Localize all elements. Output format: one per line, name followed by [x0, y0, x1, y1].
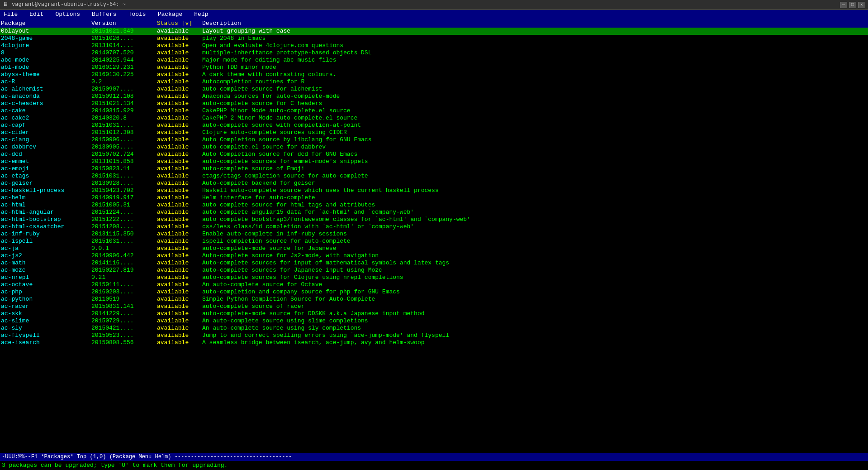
- package-description: Helm interface for auto-complete: [202, 194, 867, 201]
- table-row[interactable]: 2048-game20151026....availableplay 2048 …: [0, 35, 868, 42]
- package-list[interactable]: 0blayout20151021.349availableLayout grou…: [0, 28, 868, 453]
- table-row[interactable]: ac-R0.2availableAutocompletion routines …: [0, 78, 868, 86]
- package-version: 20140707.520: [91, 49, 157, 56]
- table-row[interactable]: ac-skk20141229....availableauto-complete…: [0, 310, 868, 317]
- package-description: A dark theme with contrasting colours.: [202, 71, 867, 78]
- table-row[interactable]: ac-mozc20150227.819availableauto-complet…: [0, 267, 868, 274]
- table-row[interactable]: ac-octave20150111....availableAn auto-co…: [0, 281, 868, 288]
- table-row[interactable]: ac-c-headers20151021.134availableauto-co…: [0, 100, 868, 107]
- package-description: auto-complete sources for Clojure using …: [202, 274, 867, 281]
- table-row[interactable]: ac-cake220140320.8availableCakePHP 2 Min…: [0, 115, 868, 122]
- table-row[interactable]: ac-math20141116....availableAuto-complet…: [0, 259, 868, 267]
- package-status: available: [157, 93, 202, 100]
- menu-item-package[interactable]: Package: [156, 11, 185, 18]
- table-row[interactable]: ac-html20151005.31availableauto complete…: [0, 201, 868, 209]
- package-description: auto-completion and company source for p…: [202, 288, 867, 295]
- table-row[interactable]: ac-slime20150729....availableAn auto-com…: [0, 317, 868, 325]
- package-status: available: [157, 209, 202, 216]
- menu-item-file[interactable]: File: [2, 11, 19, 18]
- package-version: 20140919.917: [91, 194, 157, 201]
- package-name: 0blayout: [1, 28, 91, 34]
- table-row[interactable]: ac-racer20150831.141availableauto-comple…: [0, 303, 868, 310]
- package-status: available: [157, 64, 202, 71]
- package-version: 20151031....: [91, 238, 157, 245]
- table-row[interactable]: ac-haskell-process20150423.702availableH…: [0, 187, 868, 194]
- package-version: 20151021.134: [91, 100, 157, 107]
- table-row[interactable]: ac-flyspell20150523....availableJump to …: [0, 332, 868, 339]
- table-row[interactable]: ac-js220140906.442availableAuto-complete…: [0, 252, 868, 259]
- title-bar-left: 🖥 vagrant@vagrant-ubuntu-trusty-64: ~: [3, 1, 126, 8]
- table-row[interactable]: ac-alchemist20150907....availableauto-co…: [0, 86, 868, 93]
- title-bar: 🖥 vagrant@vagrant-ubuntu-trusty-64: ~ — …: [0, 0, 868, 10]
- package-description: CakePHP 2 Minor Mode auto-complete.el so…: [202, 115, 867, 121]
- package-status: available: [157, 78, 202, 85]
- table-row[interactable]: ac-html-angular20151224....availableauto…: [0, 209, 868, 216]
- table-row[interactable]: ace-isearch20150808.556availableA seamle…: [0, 339, 868, 346]
- minimize-button[interactable]: —: [840, 2, 847, 8]
- package-name: ac-flyspell: [1, 332, 91, 339]
- table-row[interactable]: ac-cake20140315.929availableCakePHP Mino…: [0, 107, 868, 115]
- table-row[interactable]: ac-python20110519availableSimple Python …: [0, 296, 868, 303]
- package-version: 20151224....: [91, 209, 157, 216]
- close-button[interactable]: ✕: [858, 2, 865, 8]
- package-description: Auto-complete sources for input of mathe…: [202, 259, 867, 266]
- table-row[interactable]: 820140707.520availablemultiple-inheritan…: [0, 49, 868, 57]
- table-row[interactable]: ac-etags20151031....availableetags/ctags…: [0, 173, 868, 180]
- package-status: available: [157, 180, 202, 187]
- table-row[interactable]: ac-anaconda20150912.108availableAnaconda…: [0, 93, 868, 100]
- package-version: 20130928....: [91, 180, 157, 187]
- table-row[interactable]: ac-cider20151012.308availableClojure aut…: [0, 129, 868, 136]
- package-status: available: [157, 245, 202, 252]
- table-row[interactable]: ac-sly20150421....availableAn auto-compl…: [0, 325, 868, 332]
- table-row[interactable]: ac-html-csswatcher20151208....availablec…: [0, 223, 868, 230]
- table-row[interactable]: abc-mode20140225.944availableMajor mode …: [0, 57, 868, 64]
- menu-item-edit[interactable]: Edit: [28, 11, 45, 18]
- menu-item-help[interactable]: Help: [192, 11, 210, 18]
- table-row[interactable]: abyss-theme20160130.225availableA dark t…: [0, 71, 868, 78]
- package-status: available: [157, 136, 202, 143]
- table-row[interactable]: 0blayout20151021.349availableLayout grou…: [0, 28, 868, 35]
- package-version: 20131115.350: [91, 230, 157, 237]
- table-row[interactable]: ac-ja0.0.1availableauto-complete-mode so…: [0, 245, 868, 252]
- package-description: auto-complete source for C headers: [202, 100, 867, 107]
- table-row[interactable]: ac-nrepl0.21availableauto-complete sourc…: [0, 274, 868, 281]
- package-description: Python TDD minor mode: [202, 64, 867, 71]
- package-name: 8: [1, 49, 91, 56]
- table-row[interactable]: ac-emmet20131015.858availableauto-comple…: [0, 158, 868, 165]
- package-name: ac-geiser: [1, 180, 91, 187]
- table-row[interactable]: ac-ispell20151031....availableispell com…: [0, 238, 868, 245]
- table-row[interactable]: abl-mode20160129.231availablePython TDD …: [0, 64, 868, 71]
- package-version: 20140320.8: [91, 115, 157, 121]
- package-description: Major mode for editing abc music files: [202, 57, 867, 63]
- package-name: ac-dabbrev: [1, 144, 91, 150]
- package-version: 0.21: [91, 274, 157, 281]
- bottom-message-text: 3 packages can be upgraded; type 'U' to …: [2, 462, 228, 469]
- package-name: abyss-theme: [1, 71, 91, 78]
- table-row[interactable]: ac-clang20150906....availableAuto Comple…: [0, 136, 868, 144]
- menu-item-buffers[interactable]: Buffers: [90, 11, 119, 18]
- package-name: ac-emmet: [1, 158, 91, 165]
- package-version: 20150423.702: [91, 187, 157, 194]
- table-row[interactable]: ac-helm20140919.917availableHelm interfa…: [0, 194, 868, 201]
- package-name: ac-cake: [1, 107, 91, 114]
- menu-item-tools[interactable]: Tools: [127, 11, 148, 18]
- package-status: available: [157, 86, 202, 92]
- package-description: An auto-complete source using sly comple…: [202, 325, 867, 331]
- table-row[interactable]: ac-capf20151031....availableauto-complet…: [0, 122, 868, 129]
- table-row[interactable]: 4clojure20131014....availableOpen and ev…: [0, 42, 868, 49]
- table-row[interactable]: ac-geiser20130928....availableAuto-compl…: [0, 180, 868, 187]
- package-description: auto-complete source for alchemist: [202, 86, 867, 92]
- table-row[interactable]: ac-dabbrev20130905....availableauto-comp…: [0, 144, 868, 151]
- table-row[interactable]: ac-emoji20150823.11availableauto-complet…: [0, 165, 868, 173]
- package-name: ac-slime: [1, 317, 91, 324]
- package-name: ac-php: [1, 288, 91, 295]
- maximize-button[interactable]: □: [849, 2, 856, 8]
- package-status: available: [157, 35, 202, 42]
- table-row[interactable]: ac-inf-ruby20131115.350availableEnable a…: [0, 230, 868, 238]
- package-version: 20151031....: [91, 122, 157, 129]
- menu-item-options[interactable]: Options: [53, 11, 82, 18]
- package-name: ac-skk: [1, 310, 91, 317]
- table-row[interactable]: ac-html-bootstrap20151222....availableau…: [0, 216, 868, 223]
- table-row[interactable]: ac-dcd20150702.724availableAuto Completi…: [0, 151, 868, 158]
- table-row[interactable]: ac-php20160203....availableauto-completi…: [0, 288, 868, 296]
